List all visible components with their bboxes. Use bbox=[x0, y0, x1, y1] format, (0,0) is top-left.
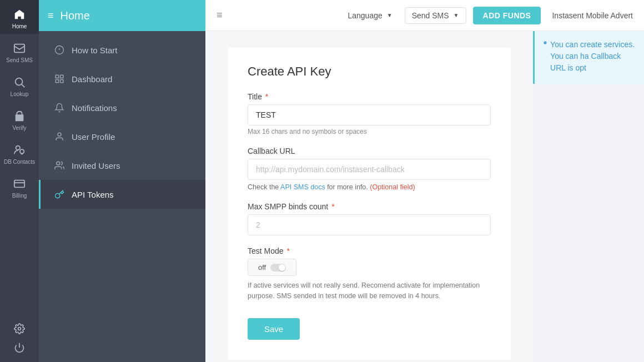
send-sms-label: Send SMS bbox=[412, 11, 449, 20]
form-title: Create API Key bbox=[248, 64, 491, 79]
lookup-icon bbox=[13, 76, 26, 89]
form-panel: Create API Key Title * Max 16 chars and … bbox=[205, 31, 533, 362]
callback-url-label: Callback URL bbox=[248, 147, 491, 155]
callback-hint: Check the API SMS docs for more info. (O… bbox=[248, 183, 491, 191]
svg-point-1 bbox=[16, 78, 23, 86]
notifications-icon bbox=[54, 102, 65, 113]
icon-sidebar-bottom bbox=[0, 321, 39, 362]
svg-rect-5 bbox=[14, 180, 24, 188]
sidebar-item-label-notifications: Notifications bbox=[72, 103, 117, 113]
lookup-icon-label: Lookup bbox=[11, 91, 29, 97]
sidebar-menu-toggle[interactable]: ≡ bbox=[48, 10, 54, 22]
title-required-marker: * bbox=[263, 92, 268, 101]
db-contacts-icon bbox=[13, 143, 26, 157]
max-smpp-input[interactable] bbox=[248, 214, 491, 235]
how-to-start-icon bbox=[54, 44, 65, 56]
billing-icon-label: Billing bbox=[12, 193, 27, 199]
home-icon-label: Home bbox=[12, 23, 27, 29]
callback-hint-after: for more info. bbox=[325, 183, 368, 191]
svg-point-14 bbox=[57, 162, 60, 165]
max-smpp-required-marker: * bbox=[329, 202, 334, 211]
language-dropdown-icon: ▼ bbox=[387, 12, 393, 18]
language-label: Language bbox=[348, 11, 382, 20]
sidebar-item-api-tokens[interactable]: API Tokens bbox=[39, 180, 205, 209]
sidebar-item-user-profile[interactable]: User Profile bbox=[39, 122, 205, 151]
sidebar-icon-verify[interactable]: Verify bbox=[0, 102, 39, 135]
db-contacts-icon-label: DB Contacts bbox=[4, 159, 35, 165]
title-input[interactable] bbox=[248, 104, 491, 125]
svg-point-3 bbox=[16, 146, 20, 150]
svg-rect-10 bbox=[61, 75, 63, 78]
main-sidebar: ≡ Home How to Start Dashboard bbox=[39, 0, 205, 362]
callback-optional-label: (Optional field) bbox=[370, 183, 415, 191]
sidebar-title: Home bbox=[61, 9, 90, 22]
max-smpp-form-group: Max SMPP binds count * bbox=[248, 202, 491, 235]
send-sms-button[interactable]: Send SMS ▼ bbox=[405, 7, 466, 24]
callback-url-form-group: Callback URL Check the API SMS docs for … bbox=[248, 147, 491, 191]
title-hint: Max 16 chars and no symbols or spaces bbox=[248, 128, 491, 135]
send-sms-icon bbox=[13, 42, 26, 55]
max-smpp-label: Max SMPP binds count * bbox=[248, 202, 491, 211]
sidebar-item-invited-users[interactable]: Invited Users bbox=[39, 151, 205, 180]
sidebar-header: ≡ Home bbox=[39, 0, 205, 31]
svg-point-13 bbox=[58, 133, 61, 136]
title-label: Title * bbox=[248, 92, 491, 101]
sidebar-item-label-user-profile: User Profile bbox=[72, 132, 115, 142]
test-mode-toggle[interactable]: off bbox=[248, 259, 296, 276]
svg-text:i: i bbox=[545, 42, 546, 44]
billing-icon bbox=[13, 177, 26, 190]
form-card: Create API Key Title * Max 16 chars and … bbox=[228, 48, 511, 360]
icon-sidebar: Home Send SMS Lookup bbox=[0, 0, 39, 362]
verify-icon bbox=[13, 109, 26, 123]
svg-rect-11 bbox=[56, 80, 58, 83]
callback-url-input[interactable] bbox=[248, 159, 491, 180]
info-icon: i You can create services. You can ha Ca… bbox=[544, 39, 635, 74]
invited-users-icon bbox=[54, 160, 65, 171]
sidebar-icon-db-contacts[interactable]: DB Contacts bbox=[0, 135, 39, 169]
top-bar: ≡ Language ▼ Send SMS ▼ ADD FUNDS Instas… bbox=[205, 0, 644, 31]
language-button[interactable]: Language ▼ bbox=[342, 8, 398, 23]
sidebar-item-label-dashboard: Dashboard bbox=[72, 74, 112, 84]
home-icon bbox=[13, 8, 26, 21]
title-form-group: Title * Max 16 chars and no symbols or s… bbox=[248, 92, 491, 135]
sidebar-icon-send-sms[interactable]: Send SMS bbox=[0, 34, 39, 68]
top-bar-menu-toggle[interactable]: ≡ bbox=[217, 9, 223, 21]
sidebar-item-notifications[interactable]: Notifications bbox=[39, 93, 205, 122]
sidebar-item-label-api-tokens: API Tokens bbox=[72, 190, 114, 199]
save-button[interactable]: Save bbox=[248, 318, 300, 340]
sidebar-icon-billing[interactable]: Billing bbox=[0, 169, 39, 203]
test-mode-row: off bbox=[248, 259, 491, 276]
sidebar-icon-home[interactable]: Home bbox=[0, 0, 39, 34]
dashboard-icon bbox=[54, 73, 65, 84]
add-funds-button[interactable]: ADD FUNDS bbox=[473, 7, 541, 24]
power-icon[interactable] bbox=[12, 340, 27, 355]
content-body: Create API Key Title * Max 16 chars and … bbox=[205, 31, 644, 362]
user-profile-icon bbox=[54, 131, 65, 142]
sidebar-item-label-invited-users: Invited Users bbox=[72, 161, 120, 170]
test-mode-value: off bbox=[258, 263, 266, 272]
toggle-indicator bbox=[270, 264, 286, 272]
svg-rect-9 bbox=[56, 75, 58, 78]
info-box: i You can create services. You can ha Ca… bbox=[533, 31, 644, 84]
sidebar-item-dashboard[interactable]: Dashboard bbox=[39, 64, 205, 93]
sidebar-item-how-to-start[interactable]: How to Start bbox=[39, 36, 205, 64]
test-mode-label: Test Mode * bbox=[248, 247, 491, 255]
svg-point-6 bbox=[18, 328, 21, 330]
sidebar-item-label-how-to-start: How to Start bbox=[72, 46, 118, 55]
test-mode-required-marker: * bbox=[285, 247, 290, 255]
svg-point-4 bbox=[20, 149, 24, 153]
api-sms-docs-link[interactable]: API SMS docs bbox=[280, 183, 325, 191]
sidebar-icon-lookup[interactable]: Lookup bbox=[0, 68, 39, 102]
callback-hint-text: Check the bbox=[248, 183, 280, 191]
icon-sidebar-top: Home Send SMS Lookup bbox=[0, 0, 39, 321]
verify-icon-label: Verify bbox=[12, 125, 26, 131]
test-mode-form-group: Test Mode * off If active services will … bbox=[248, 247, 491, 301]
settings-icon[interactable] bbox=[12, 321, 27, 336]
svg-line-2 bbox=[22, 84, 24, 87]
test-mode-description: If active services will not really send.… bbox=[248, 280, 491, 301]
info-box-text: You can create services. You can ha Call… bbox=[550, 39, 635, 74]
send-sms-icon-label: Send SMS bbox=[6, 57, 33, 63]
main-content: ≡ Language ▼ Send SMS ▼ ADD FUNDS Instas… bbox=[205, 0, 644, 362]
api-tokens-icon bbox=[54, 189, 65, 200]
sidebar-nav: How to Start Dashboard Notifications bbox=[39, 31, 205, 209]
